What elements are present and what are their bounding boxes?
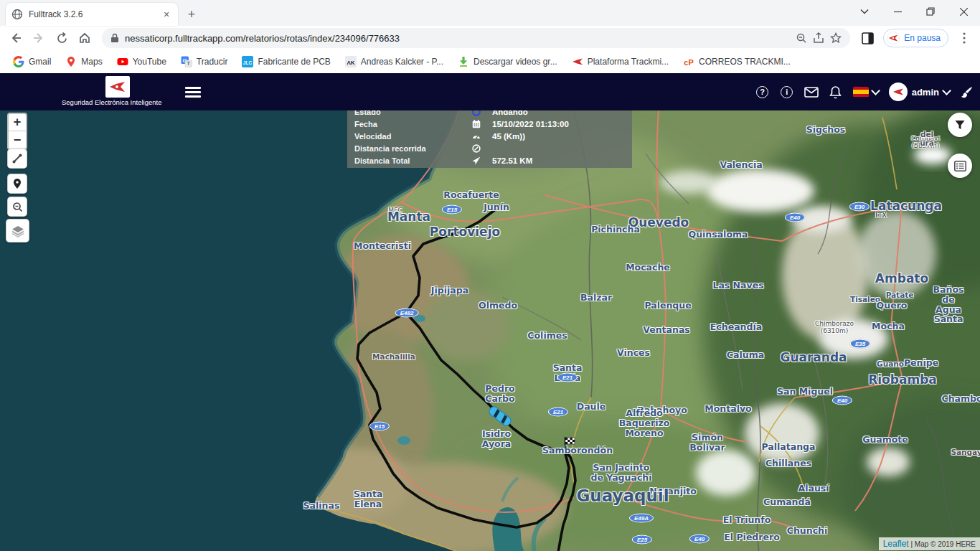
tab-close-icon[interactable]: ✕ — [161, 9, 172, 20]
info-row: Distancia recorrida — [347, 142, 632, 154]
browser-toolbar: nessaticorp.fulltrackapp.com/relatorios/… — [0, 26, 980, 50]
bookmark-item[interactable]: GT Traducir — [175, 53, 234, 70]
trackmi-logo-icon — [887, 32, 900, 44]
svg-text:ΛK: ΛK — [347, 60, 354, 66]
zoom-control: + − — [7, 113, 27, 150]
translate-paused-button[interactable]: En pausa — [883, 29, 948, 47]
svg-text:JLC: JLC — [243, 60, 253, 65]
reload-button[interactable] — [52, 28, 72, 48]
speed-icon — [461, 131, 492, 141]
browser-menu-button[interactable] — [954, 28, 974, 48]
ak-icon: ΛK — [345, 56, 357, 67]
leaflet-link[interactable]: Leaflet — [883, 539, 909, 549]
svg-text:cP: cP — [684, 58, 693, 67]
window-menu-chevron-icon[interactable] — [848, 0, 881, 23]
gmail-icon — [13, 56, 24, 67]
lock-icon — [110, 33, 119, 43]
maps-icon — [65, 56, 77, 67]
attribution-text: | Map © 2019 HERE — [909, 540, 976, 548]
bookmark-item[interactable]: Gmail — [7, 53, 57, 70]
brand-logo-icon — [105, 76, 130, 98]
app-header: Seguridad Electrónica Inteligente ? i ad… — [0, 73, 980, 110]
bookmark-item[interactable]: ΛK Andreas Kalcker - P... — [339, 53, 449, 70]
download-icon — [458, 56, 469, 67]
info-button[interactable]: i — [780, 85, 794, 99]
notifications-bell-button[interactable] — [829, 85, 843, 99]
url-text: nessaticorp.fulltrackapp.com/relatorios/… — [125, 33, 400, 44]
info-row: Estado Andando — [347, 110, 632, 118]
back-button[interactable] — [6, 28, 26, 48]
bookmark-item[interactable]: JLC Fabricante de PCB — [236, 53, 336, 70]
zoom-out-button[interactable]: − — [9, 131, 26, 149]
marker-pin-button[interactable] — [7, 174, 27, 194]
info-row: Velocidad 45 (Km)) — [347, 130, 632, 142]
chevron-down-icon — [871, 86, 880, 95]
odometer-icon — [461, 143, 492, 154]
window-restore-button[interactable] — [914, 0, 947, 23]
window-close-button[interactable] — [947, 0, 980, 23]
tab-title: Fulltrack 3.2.6 — [29, 9, 155, 19]
browser-tab[interactable]: Fulltrack 3.2.6 ✕ — [6, 3, 178, 26]
brand-tagline: Seguridad Electrónica Inteligente — [62, 98, 161, 106]
nav-icon — [461, 156, 492, 166]
layers-button[interactable] — [6, 219, 29, 242]
filter-button[interactable] — [948, 113, 972, 137]
help-button[interactable]: ? — [755, 85, 770, 99]
map-canvas[interactable]: MECMantaRocafuerteJunínPortoviejoMontecr… — [0, 110, 980, 551]
home-button[interactable] — [75, 28, 95, 48]
theme-brush-button[interactable] — [960, 85, 974, 99]
jlc-icon: JLC — [242, 56, 253, 67]
calendar-icon — [461, 119, 492, 129]
bookmark-item[interactable]: Descargar videos gr... — [452, 53, 563, 70]
measure-ruler-button[interactable] — [7, 149, 27, 169]
map-attribution: Leaflet | Map © 2019 HERE — [879, 537, 980, 550]
mail-button[interactable] — [804, 85, 819, 99]
browser-tabstrip: Fulltrack 3.2.6 ✕ + — [0, 0, 980, 26]
forward-button[interactable] — [29, 28, 49, 48]
translate-icon: GT — [181, 56, 192, 67]
info-row: Fecha 15/10/2022 01:13:00 — [347, 118, 632, 130]
share-icon[interactable] — [813, 32, 824, 44]
info-row: Distancia Total 572.51 KM — [347, 154, 632, 166]
trackmi-icon — [572, 56, 583, 67]
bookmark-star-icon[interactable] — [830, 32, 842, 44]
username-label: admin — [912, 87, 939, 98]
bookmarks-bar: Gmail Maps YouTube GT Traducir JLC Fabri… — [0, 50, 980, 73]
spain-flag-icon — [853, 87, 869, 98]
tab-favicon-globe-icon — [11, 9, 23, 20]
zoom-in-button[interactable]: + — [9, 114, 26, 131]
vehicle-info-panel: Estado Andando Fecha 15/10/2022 01:13:00… — [347, 110, 632, 168]
side-panel-button[interactable] — [857, 28, 877, 48]
search-area-button[interactable] — [7, 197, 27, 217]
zoom-out-page-icon[interactable] — [796, 32, 807, 44]
bookmark-item[interactable]: YouTube — [111, 53, 172, 70]
new-tab-button[interactable]: + — [182, 5, 201, 24]
correos-icon: cP — [683, 56, 694, 67]
user-menu[interactable]: admin — [889, 85, 950, 99]
bookmark-item[interactable]: cP CORREOS TRACKMI... — [677, 53, 796, 70]
menu-hamburger-button[interactable] — [185, 85, 201, 98]
bookmark-item[interactable]: Plataforma Trackmi... — [566, 53, 674, 70]
chevron-down-icon — [942, 86, 951, 95]
user-avatar — [889, 83, 908, 101]
report-list-button[interactable] — [948, 154, 972, 178]
translate-paused-label: En pausa — [904, 33, 941, 43]
bookmark-item[interactable]: Maps — [60, 53, 108, 70]
youtube-icon — [117, 56, 128, 67]
satellite-terrain — [0, 110, 980, 551]
status-icon — [461, 110, 492, 117]
address-bar[interactable]: nessaticorp.fulltrackapp.com/relatorios/… — [102, 28, 850, 48]
brand: Seguridad Electrónica Inteligente — [75, 75, 161, 106]
finish-flag-icon[interactable] — [563, 436, 576, 452]
window-minimize-button[interactable] — [881, 0, 914, 23]
language-selector[interactable] — [853, 85, 879, 99]
svg-text:T: T — [187, 61, 190, 66]
